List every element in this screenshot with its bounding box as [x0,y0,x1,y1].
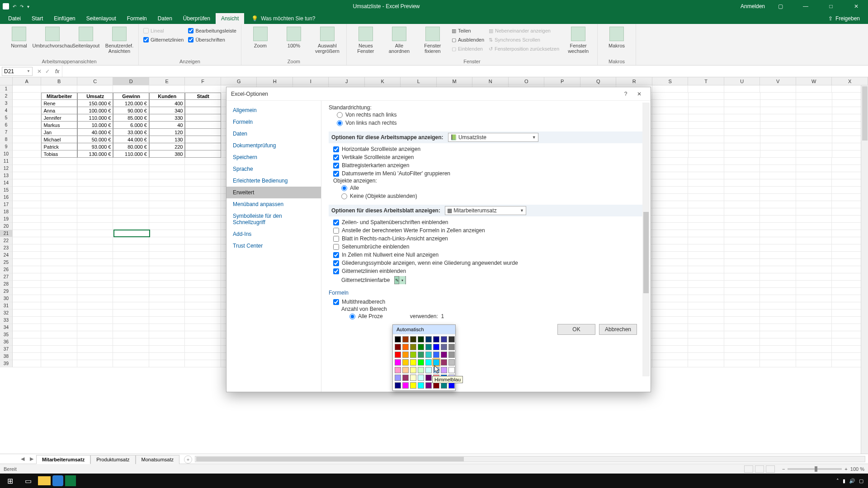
color-swatch[interactable] [441,344,447,350]
color-swatch[interactable] [395,344,401,350]
color-swatch[interactable] [418,375,424,381]
color-swatch[interactable] [425,352,432,358]
direction-rtl-radio[interactable]: Von rechts nach links [337,111,643,119]
color-swatch[interactable] [425,367,432,373]
pagebreaks-checkbox[interactable]: Seitenumbrüche einblenden [333,243,643,251]
dialog-nav-item[interactable]: Add-Ins [226,228,321,240]
dialog-nav-item[interactable]: Sprache [226,163,321,175]
color-swatch[interactable] [402,352,409,358]
color-swatch[interactable] [425,382,432,389]
color-swatch[interactable] [448,359,455,366]
color-swatch[interactable] [441,382,447,389]
alleproz-label: Alle Proze [358,313,383,319]
color-swatch[interactable] [395,367,401,373]
multithread-checkbox[interactable]: Multithreadberech [333,298,643,306]
color-swatch[interactable] [402,375,409,381]
outline-symbols-checkbox[interactable]: Gliederungssymbole anzeigen, wenn eine G… [333,259,643,267]
dialog-help-button[interactable]: ? [619,91,632,97]
color-swatch[interactable] [418,382,424,389]
keine-label: Keine (Objekte ausblenden) [350,193,417,199]
color-swatch[interactable] [448,352,455,358]
dialog-nav-item[interactable]: Allgemein [226,104,321,116]
cancel-button[interactable]: Abbrechen [599,324,637,335]
color-swatch[interactable] [410,344,416,350]
color-swatch[interactable] [395,352,401,358]
dialog-nav-item[interactable]: Menüband anpassen [226,198,321,210]
workbook-dropdown[interactable]: 📗 Umsatzliste ▼ [448,133,538,142]
color-swatch[interactable] [425,336,432,343]
color-swatch[interactable] [402,359,409,366]
color-swatch[interactable] [402,382,409,389]
vscroll-checkbox[interactable]: Vertikale Scrollleiste anzeigen [333,153,643,161]
worksheet-dropdown[interactable]: ▦ Mitarbeiterumsatz ▼ [445,206,526,215]
color-swatch[interactable] [402,367,409,373]
color-swatch[interactable] [425,359,432,366]
color-swatch[interactable] [418,336,424,343]
calc-threads-label: Anzahl von Berech [341,306,387,312]
color-swatch[interactable] [425,375,432,381]
color-swatch[interactable] [433,344,439,350]
color-swatch[interactable] [433,336,439,343]
dialog-nav-item[interactable]: Erweitert [226,187,321,198]
color-swatch[interactable] [433,359,439,366]
color-swatch[interactable] [395,359,401,366]
dialog-nav-item[interactable]: Speichern [226,151,321,163]
color-swatch[interactable] [395,336,401,343]
color-swatch[interactable] [410,367,416,373]
gridline-color-button[interactable]: ✎ ▾ [394,276,406,284]
color-swatch[interactable] [448,382,455,389]
dialog-nav-item[interactable]: Formeln [226,116,321,128]
color-swatch[interactable] [410,375,416,381]
ok-button[interactable]: OK [557,324,595,335]
dialog-nav-item[interactable]: Symbolleiste für den Schnellzugriff [226,210,321,228]
color-swatch[interactable] [410,352,416,358]
objects-none-radio[interactable]: Keine (Objekte ausblenden) [341,192,643,200]
rowcol-headers-checkbox[interactable]: Zeilen- und Spaltenüberschriften einblen… [333,218,643,226]
color-swatch[interactable] [441,352,447,358]
automatic-color-item[interactable]: Automatisch [393,325,455,334]
hscroll-checkbox[interactable]: Horizontale Scrollleiste anzeigen [333,145,643,153]
rtl-label: Von rechts nach links [345,112,396,118]
color-swatch[interactable] [402,344,409,350]
zero-values-checkbox[interactable]: In Zellen mit Nullwert eine Null anzeige… [333,251,643,259]
color-swatch[interactable] [433,382,439,389]
blattreg-label: Blattregisterkarten anzeigen [342,162,409,169]
color-swatch[interactable] [441,367,447,373]
color-swatch[interactable] [448,367,455,373]
color-swatch[interactable] [410,382,416,389]
color-swatch[interactable] [418,352,424,358]
dialog-scrollbar[interactable] [642,103,650,376]
objects-all-radio[interactable]: Alle [341,184,643,192]
color-swatch[interactable] [448,336,455,343]
dialog-nav-item[interactable]: Erleichterte Bedienung [226,175,321,187]
sheettabs-checkbox[interactable]: Blattregisterkarten anzeigen [333,161,643,169]
color-swatch[interactable] [441,336,447,343]
color-swatch[interactable] [433,352,439,358]
formulas-in-cells-checkbox[interactable]: Anstelle der berechneten Werte Formeln i… [333,226,643,235]
sheet-rtl-checkbox[interactable]: Blatt in Rechts-nach-Links-Ansicht anzei… [333,235,643,243]
color-swatch[interactable] [418,359,424,366]
dialog-nav-item[interactable]: Trust Center [226,240,321,252]
dialog-close-button[interactable]: ✕ [632,91,646,97]
color-swatch[interactable] [395,375,401,381]
color-swatch[interactable] [441,359,447,366]
direction-ltr-radio[interactable]: Von links nach rechts [337,119,643,127]
color-swatch[interactable] [425,344,432,350]
autofilter-group-checkbox[interactable]: Datumswerte im Menü 'AutoFilter' gruppie… [333,169,643,178]
color-swatch[interactable] [418,344,424,350]
color-swatch[interactable] [448,344,455,350]
color-swatch[interactable] [433,367,439,373]
standard-direction-label: Standardrichtung: [329,104,372,111]
dialog-title: Excel-Optionen [231,91,268,97]
zeilenspalten-label: Zeilen- und Spaltenüberschriften einblen… [342,219,448,225]
dialog-nav-item[interactable]: Dokumentprüfung [226,140,321,151]
all-processors-radio[interactable]: Alle Proze [349,312,383,320]
color-swatch[interactable] [418,367,424,373]
color-swatch[interactable] [410,336,416,343]
color-swatch[interactable] [402,336,409,343]
gridlines-show-checkbox[interactable]: Gitternetzlinien einblenden [333,267,643,275]
color-swatch[interactable] [410,359,416,366]
dialog-nav-item[interactable]: Daten [226,128,321,140]
color-swatch[interactable] [395,382,401,389]
tooltip-text: Himmelblau [434,377,461,382]
